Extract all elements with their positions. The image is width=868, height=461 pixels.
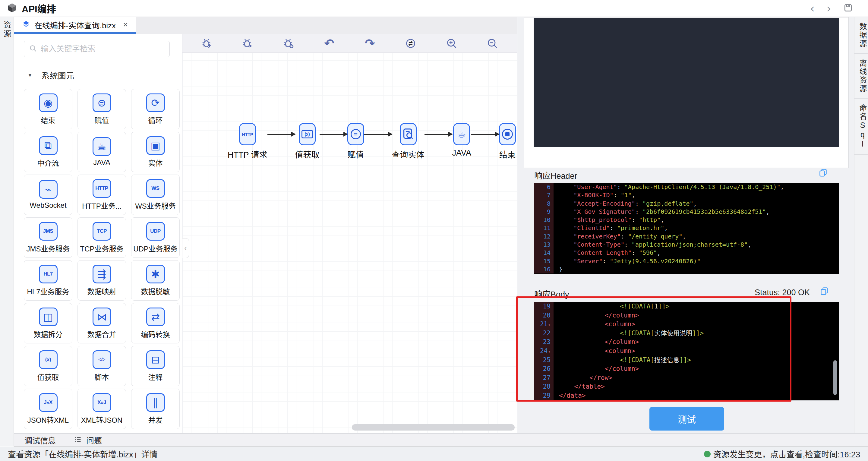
palette-item-label: 中介流 <box>37 157 59 168</box>
palette-item-data-masking[interactable]: ✱数据脱敏 <box>131 260 180 301</box>
rail-item-resources[interactable]: 资源 <box>1 21 12 447</box>
line-number: 15 <box>534 257 554 265</box>
rail-item-1[interactable]: 数据源 <box>855 17 868 54</box>
line-number: 14 <box>534 249 554 257</box>
palette-item-http-service[interactable]: HTTPHTTP业务... <box>78 175 126 215</box>
palette-collapse-handle[interactable]: ‹ <box>182 238 189 258</box>
palette-item-tcp-service[interactable]: TCPTCP业务服务 <box>78 217 126 258</box>
line-number: 25 <box>534 356 554 365</box>
websocket-icon: ⌁ <box>39 180 58 199</box>
flow-node-query[interactable]: 查询实体 <box>392 123 425 160</box>
line-number: 26 <box>534 365 554 374</box>
java-icon: ☕ <box>93 137 111 156</box>
code-line: 22 <![CDATA[实体使用说明]]> <box>534 329 839 338</box>
back-icon[interactable]: ‹ <box>810 3 815 14</box>
code-line: 9 "X-Gov-Signature": "2b6f092619cb4153a2… <box>534 208 839 216</box>
palette-item-label: 实体 <box>148 157 163 168</box>
palette-item-label: 并发 <box>148 414 163 425</box>
palette-item-encoding-convert[interactable]: ⇄编码转换 <box>131 303 180 343</box>
java-node-icon: ☕ <box>453 123 470 145</box>
search-input[interactable] <box>40 44 165 54</box>
palette-item-label: 数据映射 <box>87 286 116 296</box>
forward-icon[interactable]: › <box>827 3 831 14</box>
test-button[interactable]: 测试 <box>649 407 724 431</box>
debug-lightning-icon[interactable] <box>200 37 213 50</box>
palette-item-java[interactable]: ☕JAVA <box>78 132 126 172</box>
code-line: 27 </row> <box>534 374 839 382</box>
entity-icon: ▣ <box>146 136 165 155</box>
response-body-code[interactable]: 19 <![CDATA[1]]>20 </column>21▾ <column>… <box>534 302 839 400</box>
save-icon[interactable] <box>843 3 853 14</box>
palette-item-data-mapping[interactable]: ⇶数据映射 <box>78 260 126 301</box>
code-text: "$http_protocol": "http", <box>554 216 664 224</box>
copy-body-icon[interactable] <box>820 286 829 297</box>
parallel-icon: ∥ <box>146 393 165 412</box>
flow-node-label: HTTP 请求 <box>228 148 268 160</box>
code-text: "Content-Type": "application/json;charse… <box>554 241 751 249</box>
palette-item-value-get[interactable]: (x)值获取 <box>24 346 72 386</box>
flow-node-label: 值获取 <box>295 148 319 160</box>
status-left-text[interactable]: 查看资源「在线编排-实体新增.bizx」详情 <box>8 448 158 460</box>
assign-node-icon: = <box>347 123 364 145</box>
title-bar: API编排 ‹ › <box>0 0 868 17</box>
palette-item-entity[interactable]: ▣实体 <box>131 132 180 172</box>
tab-close-icon[interactable]: × <box>123 20 128 30</box>
flow-node-http[interactable]: HTTPHTTP 请求 <box>228 123 268 160</box>
redo-icon[interactable]: ↷ <box>364 37 376 50</box>
undo-icon[interactable]: ↶ <box>323 37 336 50</box>
flow-node-getvalue[interactable]: (x)值获取 <box>295 123 319 160</box>
code-text: "User-Agent": "Apache-HttpClient/4.5.13 … <box>554 183 784 191</box>
code-line: 28 </table> <box>534 382 839 391</box>
tab-problems[interactable]: 问题 <box>74 434 102 445</box>
palette-item-loop[interactable]: ⟳循环 <box>131 89 180 129</box>
canvas-toolbar: ↶↷ <box>182 34 517 53</box>
palette-item-data-merge[interactable]: ⋈数据合并 <box>78 303 126 343</box>
code-line: 29</data> <box>534 391 839 400</box>
code-text: </row> <box>554 374 612 382</box>
palette-item-json-to-xml[interactable]: J»XJSON转XML <box>24 389 72 429</box>
flow-node-assign[interactable]: =赋值 <box>347 123 364 160</box>
flow-node-end[interactable]: 结束 <box>499 123 516 160</box>
palette-item-jms-service[interactable]: JMSJMS业务服务 <box>24 217 72 258</box>
palette-item-comment[interactable]: ⊟注释 <box>131 346 180 386</box>
code-line: 8 "Accept-Encoding": "gzip,deflate", <box>534 199 839 208</box>
status-right[interactable]: 资源发生变更，点击查看,检查时间:16:23 <box>704 448 860 460</box>
body-code-scrollbar[interactable] <box>833 360 837 395</box>
palette-item-ws-service[interactable]: WSWS业务服务 <box>131 175 180 215</box>
app-title: API编排 <box>22 1 56 15</box>
search-icon <box>29 44 37 54</box>
canvas-horizontal-scrollbar[interactable] <box>352 424 515 431</box>
rail-item-3[interactable]: 命名Sql <box>855 99 868 155</box>
response-header-code[interactable]: 6 "User-Agent": "Apache-HttpClient/4.5.1… <box>534 183 839 274</box>
palette-item-assign[interactable]: ⊜赋值 <box>78 89 126 129</box>
palette-item-udp-service[interactable]: UDPUDP业务服务 <box>131 217 180 258</box>
json-to-xml-icon: J»X <box>39 393 58 412</box>
flow-node-java[interactable]: ☕JAVA <box>452 123 471 158</box>
fold-caret-icon[interactable]: ▾ <box>548 349 551 354</box>
debug-play-icon[interactable] <box>241 37 254 50</box>
zoom-in-icon[interactable] <box>445 37 458 50</box>
rail-item-2[interactable]: 离线资源 <box>855 54 868 99</box>
palette-item-hl7-service[interactable]: HL7HL7业务服务 <box>24 260 72 301</box>
palette-search[interactable] <box>24 41 170 57</box>
fold-caret-icon[interactable]: ▾ <box>548 322 551 327</box>
palette-item-end[interactable]: ◉结束 <box>24 89 72 129</box>
copy-header-icon[interactable] <box>819 168 827 178</box>
palette-item-parallel[interactable]: ∥并发 <box>131 389 180 429</box>
palette-item-data-split[interactable]: ◫数据拆分 <box>24 303 72 343</box>
flow-canvas[interactable]: ↶↷ HTTPHTTP 请求(x)值获取=赋值查询实体☕JAVA结束 ‹ <box>182 34 517 433</box>
encoding-convert-icon: ⇄ <box>146 308 165 326</box>
sync-icon[interactable] <box>404 37 417 50</box>
line-number: 13 <box>534 241 554 249</box>
zoom-out-icon[interactable] <box>486 37 499 50</box>
tab-online-orchestration[interactable]: 在线编排-实体查询.bizx × <box>14 17 136 34</box>
palette-item-xml-to-json[interactable]: X»JXML转JSON <box>78 389 126 429</box>
flow-node-label: 结束 <box>499 148 516 160</box>
palette-item-websocket[interactable]: ⌁WebSocket <box>24 175 72 215</box>
debug-step-icon[interactable] <box>282 37 295 50</box>
palette-section-header[interactable]: ▼ 系统图元 <box>24 69 177 81</box>
palette-item-script[interactable]: </>脚本 <box>78 346 126 386</box>
right-rail: 数据源离线资源命名Sql <box>854 17 868 447</box>
tab-debug-info[interactable]: 调试信息 <box>24 434 56 445</box>
palette-item-mediator-flow[interactable]: ⧉中介流 <box>24 132 72 172</box>
